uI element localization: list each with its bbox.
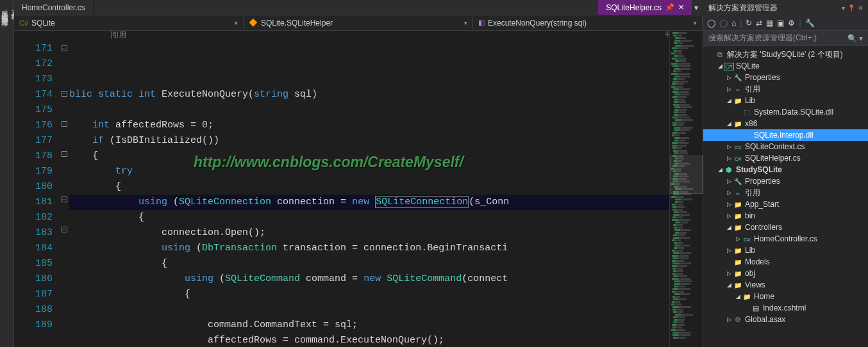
code-line[interactable]: { [69, 149, 669, 164]
reference-codelens[interactable]: 引用 [69, 31, 126, 40]
code-line[interactable]: using (SQLiteCommand command = new SQLit… [69, 271, 669, 287]
tree-item[interactable]: System.Data.SQLite.dll [703, 106, 868, 118]
code-line[interactable]: { [69, 210, 669, 225]
tree-item[interactable]: ▷App_Start [703, 198, 868, 210]
breadcrumb-class[interactable]: 🔶 SQLite.SQLiteHelper ▾ [244, 17, 473, 29]
tree-item[interactable]: ◢Views [703, 279, 868, 291]
split-handle[interactable]: ╪ [665, 31, 669, 38]
minimap[interactable] [669, 31, 703, 347]
expand-arrow[interactable]: ▷ [725, 86, 733, 92]
expand-arrow[interactable]: ▷ [725, 213, 733, 219]
tree-item-label: 解决方案 'StudySQLite' (2 个项目) [727, 49, 843, 60]
expand-arrow[interactable]: ▷ [725, 316, 733, 323]
expand-arrow[interactable]: ▷ [725, 270, 733, 277]
tree-item[interactable]: ▷SQLiteContext.cs [703, 141, 868, 152]
fold-toggle[interactable]: − [62, 121, 67, 127]
tree-item[interactable]: ▷obj [703, 268, 868, 279]
fold-toggle[interactable]: − [62, 45, 67, 51]
pin-icon[interactable]: 📌 [665, 3, 674, 12]
sync-icon[interactable]: ⇄ [756, 19, 762, 28]
tab-sqlitehelper-active[interactable]: SQLiteHelper.cs 📌 ✕ [598, 0, 692, 15]
collapse-icon[interactable]: ▣ [777, 19, 784, 28]
tree-item[interactable]: ▷引用 [703, 83, 868, 95]
expand-arrow[interactable]: ▷ [725, 155, 733, 161]
tree-item[interactable]: ◢Controllers [703, 222, 868, 233]
back-icon[interactable]: ◯ [707, 19, 715, 28]
expand-arrow[interactable]: ◢ [725, 224, 733, 230]
tree-item[interactable]: ▷引用 [703, 187, 868, 198]
expand-arrow[interactable]: ◢ [716, 63, 724, 69]
fold-toggle[interactable]: − [62, 151, 67, 157]
code-line[interactable]: if (IsDBInitialized()) [69, 133, 669, 149]
expand-arrow[interactable]: ◢ [716, 166, 724, 173]
tab-homecontroller[interactable]: HomeController.cs [14, 0, 94, 15]
solution-tree[interactable]: 解决方案 'StudySQLite' (2 个项目)◢SQLite▷Proper… [703, 46, 868, 347]
expand-arrow[interactable]: ▷ [734, 236, 742, 242]
tree-item[interactable]: ▷Properties [703, 72, 868, 83]
props-icon[interactable]: ⚙ [788, 19, 795, 28]
tree-item[interactable]: ◢StudySQLite [703, 164, 868, 175]
tree-item-label: Properties [745, 177, 780, 186]
expand-arrow[interactable]: ▷ [725, 190, 733, 196]
code-line[interactable]: { [69, 179, 669, 195]
fold-toggle[interactable]: − [62, 227, 67, 232]
code-line[interactable] [69, 102, 669, 118]
expand-arrow[interactable]: ▷ [725, 143, 733, 150]
expand-arrow[interactable]: ◢ [725, 97, 733, 104]
code-line[interactable]: using (SQLiteConnection connection = new… [69, 195, 669, 210]
tree-item[interactable]: ◢Home [703, 291, 868, 302]
fwd-icon[interactable]: ◯ [719, 19, 728, 28]
tree-item[interactable]: SQLite.Interop.dll [703, 129, 868, 141]
wrench-icon[interactable]: 🔧 [805, 19, 815, 28]
tree-item[interactable]: ▷HomeController.cs [703, 233, 868, 245]
line-number: 178 [14, 149, 53, 164]
code-line[interactable]: using (DbTransaction transaction = conne… [69, 241, 669, 256]
expand-arrow[interactable]: ▷ [725, 178, 733, 184]
code-line[interactable]: try [69, 164, 669, 179]
tree-item[interactable]: ▷bin [703, 210, 868, 222]
tree-item[interactable]: ◢SQLite [703, 60, 868, 72]
code-line[interactable]: blic static int ExecuteNonQuery(string s… [69, 87, 669, 102]
solution-search-box[interactable]: 搜索解决方案资源管理器(Ctrl+;) 🔍 ▾ [703, 31, 868, 46]
code-line[interactable]: { [69, 287, 669, 302]
close-icon[interactable]: ✕ [858, 4, 863, 12]
tree-item[interactable]: ▷Global.asax [703, 314, 868, 325]
pin-icon[interactable]: 📍 [847, 4, 855, 12]
tree-item[interactable]: Models [703, 256, 868, 268]
code-line[interactable]: affectedRows = command.ExecuteNonQuery()… [69, 333, 669, 347]
panel-title-bar[interactable]: 解决方案资源管理器 ▾ 📍 ✕ [703, 0, 868, 16]
server-explorer-tab[interactable]: 服务器资源管理器 [0, 5, 10, 339]
tree-item[interactable]: Index.cshtml [703, 302, 868, 314]
code-line[interactable] [69, 302, 669, 318]
expand-arrow[interactable]: ▷ [725, 201, 733, 207]
breadcrumb-method[interactable]: ◧ ExecuteNonQuery(string sql) ▾ [473, 17, 703, 29]
tree-item[interactable]: ◢Lib [703, 95, 868, 106]
tree-item[interactable]: ◢x86 [703, 118, 868, 129]
code-line[interactable]: int affectedRows = 0; [69, 118, 669, 133]
tree-item[interactable]: ▷Lib [703, 245, 868, 256]
code-line[interactable]: { [69, 256, 669, 271]
fold-toggle[interactable]: − [62, 197, 67, 202]
fold-toggle[interactable]: − [62, 91, 67, 97]
expand-arrow[interactable]: ▷ [725, 247, 733, 254]
breadcrumb-namespace[interactable]: C# SQLite ▾ [14, 17, 244, 29]
expand-arrow[interactable]: ▷ [725, 74, 733, 81]
tree-item[interactable]: 解决方案 'StudySQLite' (2 个项目) [703, 49, 868, 60]
refresh-icon[interactable]: ↻ [746, 19, 752, 28]
showall-icon[interactable]: ▦ [766, 19, 773, 28]
code-line[interactable]: command.CommandText = sql; [69, 318, 669, 333]
panel-menu-icon[interactable]: ▾ [842, 4, 845, 12]
minimap-viewport[interactable] [670, 156, 703, 194]
code-editor[interactable]: 引用 blic static int ExecuteNonQuery(strin… [69, 31, 669, 347]
tree-item[interactable]: ▷SQLiteHelper.cs [703, 152, 868, 164]
line-number: 184 [14, 241, 53, 256]
expand-arrow[interactable]: ◢ [725, 282, 733, 288]
expand-arrow[interactable]: ◢ [734, 293, 742, 300]
tab-overflow[interactable]: ▾ [692, 0, 703, 15]
search-icon[interactable]: 🔍 ▾ [847, 34, 863, 43]
expand-arrow[interactable]: ◢ [725, 120, 733, 127]
close-icon[interactable]: ✕ [678, 3, 684, 12]
home-icon[interactable]: ⌂ [731, 19, 736, 28]
code-line[interactable]: connection.Open(); [69, 225, 669, 241]
tree-item[interactable]: ▷Properties [703, 175, 868, 187]
